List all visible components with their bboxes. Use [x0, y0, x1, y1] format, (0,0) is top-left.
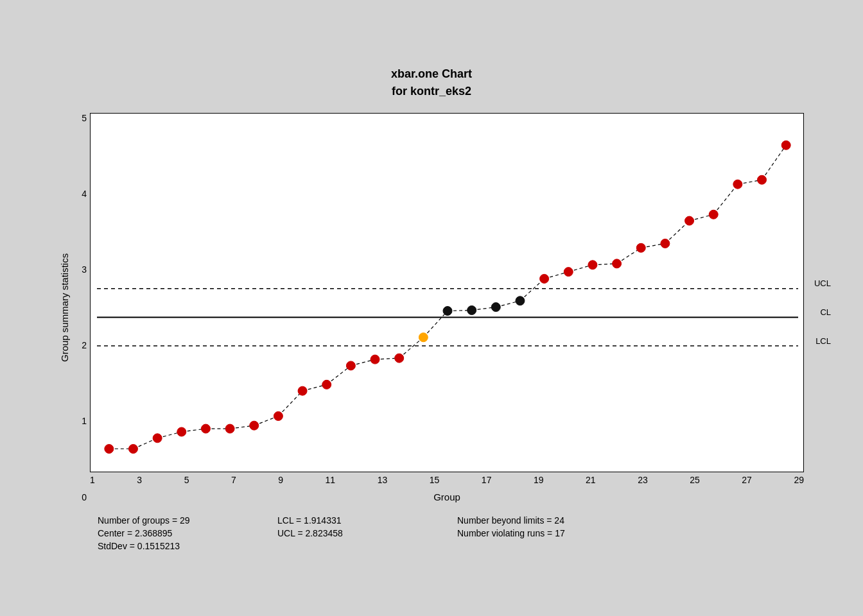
svg-line-10: [278, 391, 302, 416]
svg-point-48: [516, 296, 525, 305]
svg-point-39: [298, 386, 307, 395]
svg-point-34: [177, 427, 186, 436]
y-tick: 2: [74, 340, 87, 350]
stat-num-groups: Number of groups = 29: [98, 515, 265, 526]
x-tick: 7: [231, 475, 236, 485]
svg-point-47: [491, 302, 500, 311]
y-tick: 3: [74, 264, 87, 275]
chart-title-line1: xbar.one Chart: [59, 65, 804, 83]
x-tick: 25: [690, 475, 700, 485]
svg-point-51: [588, 260, 597, 269]
stat-empty: [277, 541, 444, 551]
x-tick: 3: [137, 475, 142, 485]
svg-point-38: [274, 411, 283, 420]
ucl-label: UCL: [814, 278, 831, 288]
stat-stddev: StdDev = 0.1515213: [98, 541, 265, 551]
svg-point-45: [443, 306, 452, 315]
svg-point-40: [322, 380, 331, 389]
svg-point-35: [201, 424, 210, 433]
plot-with-yaxis: 012345 UCL CL LCL 1357911131517192123252…: [74, 113, 804, 502]
x-tick: 5: [184, 475, 189, 485]
y-tick: 5: [74, 113, 87, 123]
stat-lcl: LCL = 1.914331: [277, 515, 444, 526]
svg-point-56: [709, 210, 718, 219]
svg-point-59: [781, 141, 790, 150]
stat-center: Center = 2.368895: [98, 528, 265, 538]
plot-box: [90, 113, 804, 472]
svg-point-42: [370, 355, 379, 364]
svg-point-44: [419, 332, 428, 341]
x-tick: 13: [378, 475, 388, 485]
svg-point-33: [153, 433, 162, 442]
x-tick: 23: [638, 475, 648, 485]
y-tick: 4: [74, 189, 87, 199]
svg-point-41: [346, 361, 355, 370]
svg-line-20: [520, 278, 545, 300]
lcl-label: LCL: [815, 336, 831, 345]
svg-point-36: [225, 424, 234, 433]
x-tick: 11: [326, 475, 336, 485]
svg-point-49: [540, 274, 549, 283]
svg-point-57: [733, 180, 742, 189]
x-tick: 19: [534, 475, 544, 485]
svg-line-30: [762, 145, 787, 180]
x-tick: 21: [586, 475, 596, 485]
svg-point-54: [661, 239, 670, 248]
x-tick: 15: [430, 475, 440, 485]
y-ticks: 012345: [74, 113, 87, 502]
chart-area: Group summary statistics 012345 UCL CL L…: [59, 113, 804, 502]
stat-ucl: UCL = 2.823458: [277, 528, 444, 538]
svg-point-53: [636, 243, 645, 252]
svg-point-43: [395, 354, 404, 363]
x-tick: 29: [794, 475, 804, 485]
x-tick: 27: [742, 475, 752, 485]
plot-column: UCL CL LCL 1357911131517192123252729 Gro…: [90, 113, 804, 502]
svg-point-58: [758, 175, 767, 184]
x-axis-label: Group: [90, 492, 804, 502]
chart-title: xbar.one Chart for kontr_eks2: [59, 65, 804, 100]
chart-title-line2: for kontr_eks2: [59, 83, 804, 100]
chart-svg: [91, 114, 803, 472]
plot-box-wrapper: UCL CL LCL: [90, 113, 804, 472]
y-axis-label: Group summary statistics: [59, 113, 70, 502]
stat-beyond-limits: Number beyond limits = 24: [457, 515, 804, 526]
svg-point-55: [685, 216, 694, 225]
svg-point-32: [128, 444, 137, 453]
y-tick: 0: [74, 492, 87, 502]
svg-point-50: [564, 267, 573, 276]
svg-line-28: [713, 184, 738, 214]
x-tick: 9: [278, 475, 283, 485]
svg-point-46: [467, 305, 476, 314]
cl-label: CL: [820, 307, 831, 316]
svg-line-26: [665, 221, 690, 243]
x-tick: 17: [482, 475, 492, 485]
x-tick: 1: [90, 475, 95, 485]
x-ticks: 1357911131517192123252729: [90, 475, 804, 485]
stat-violating-runs: Number violating runs = 17: [457, 528, 804, 538]
chart-container: xbar.one Chart for kontr_eks2 Group summ…: [46, 53, 817, 564]
svg-point-37: [250, 421, 259, 430]
stats-table: Number of groups = 29 LCL = 1.914331 Num…: [59, 515, 804, 551]
svg-point-52: [613, 259, 622, 268]
y-tick: 1: [74, 416, 87, 426]
stat-empty2: [457, 541, 804, 551]
svg-line-16: [423, 311, 448, 337]
svg-point-31: [105, 444, 114, 453]
